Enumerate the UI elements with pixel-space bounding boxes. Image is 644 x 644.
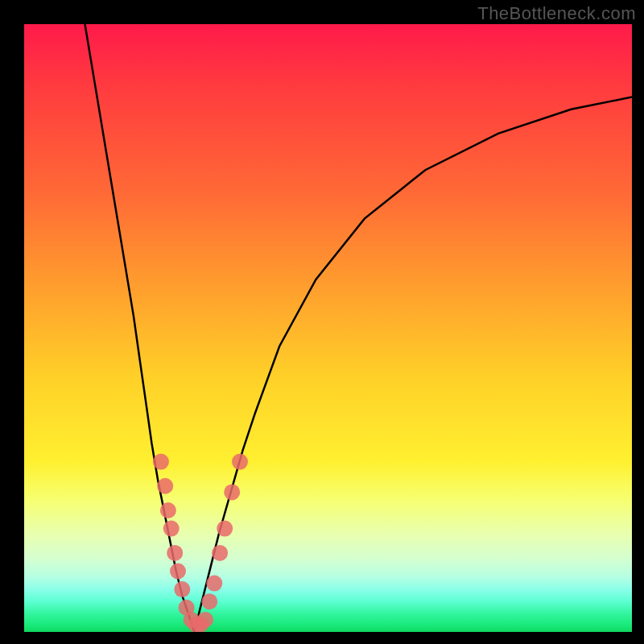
- scatter-point: [167, 545, 183, 561]
- scatter-point: [217, 521, 233, 537]
- scatter-point: [206, 576, 222, 592]
- scatter-point: [153, 454, 169, 470]
- scatter-point: [224, 484, 240, 500]
- scatter-point: [160, 502, 176, 518]
- scatter-point: [163, 521, 180, 537]
- curve-right-branch: [194, 97, 632, 632]
- scatter-point: [174, 581, 190, 597]
- scatter-point: [170, 564, 186, 580]
- chart-overlay: [24, 24, 632, 632]
- scatter-point: [157, 478, 173, 494]
- curve-left-branch: [85, 24, 195, 632]
- chart-frame: TheBottleneck.com: [0, 0, 644, 644]
- scatter-point: [232, 454, 248, 470]
- scatter-point: [197, 612, 213, 628]
- watermark-text: TheBottleneck.com: [477, 3, 636, 24]
- scatter-point: [212, 545, 228, 561]
- plot-area: [24, 24, 632, 632]
- scatter-point: [201, 593, 217, 609]
